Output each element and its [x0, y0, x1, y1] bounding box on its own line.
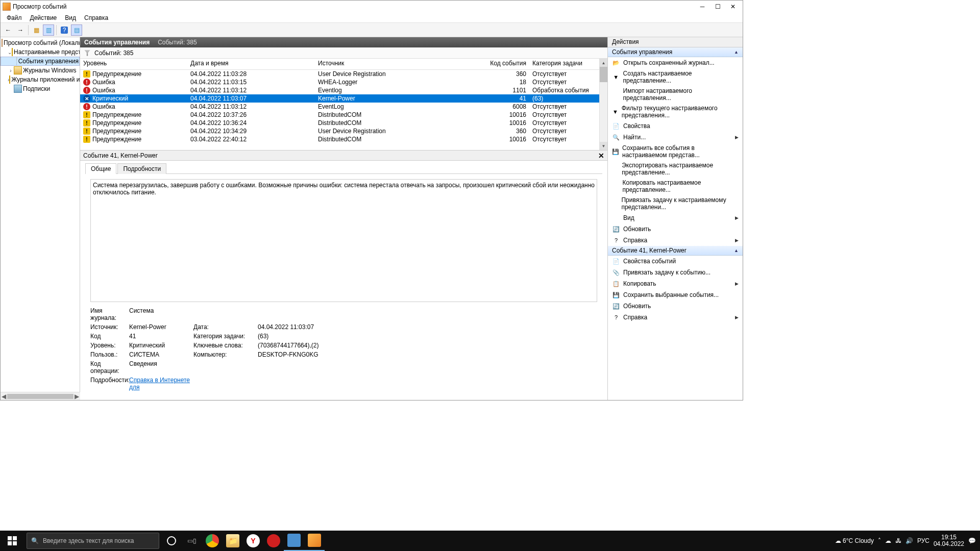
close-button[interactable]: ✕: [725, 2, 741, 12]
tab-general[interactable]: Общие: [85, 163, 116, 174]
yandex-app[interactable]: Y: [243, 531, 263, 551]
start-button[interactable]: [0, 531, 24, 551]
action-item[interactable]: Копировать настраиваемое представление..…: [608, 178, 743, 195]
action-item[interactable]: 📋Копировать▶: [608, 278, 743, 289]
col-cat[interactable]: Категория задачи: [529, 59, 607, 69]
app-1[interactable]: [284, 531, 304, 551]
action-item[interactable]: 📄Свойства событий: [608, 256, 743, 267]
nav-forward-button[interactable]: →: [15, 24, 26, 36]
table-row[interactable]: !Предупреждение04.04.2022 10:34:29User D…: [80, 127, 607, 135]
app-icon: [3, 3, 11, 11]
tree-root[interactable]: Просмотр событий (Локальный): [1, 38, 80, 47]
maximize-button[interactable]: ☐: [710, 2, 725, 12]
action-item[interactable]: 🔄Обновить: [608, 300, 743, 312]
section-label: Событие 41, Kernel-Power: [612, 247, 687, 254]
menu-view[interactable]: Вид: [61, 14, 80, 21]
action-item[interactable]: 💾Сохранить все события в настраиваемом п…: [608, 143, 743, 160]
action-item[interactable]: 📂Открыть сохраненный журнал...: [608, 57, 743, 68]
action-item[interactable]: 💾Сохранить выбранные события...: [608, 289, 743, 300]
table-row[interactable]: !Предупреждение03.04.2022 22:40:12Distri…: [80, 135, 607, 143]
chrome-app[interactable]: [202, 531, 223, 551]
val-id: 41: [129, 333, 190, 340]
table-row[interactable]: !Предупреждение04.04.2022 10:36:24Distri…: [80, 119, 607, 127]
collapse-icon[interactable]: ▲: [734, 49, 739, 55]
detail-tabs: Общие Подробности: [80, 161, 607, 173]
show-tree-button[interactable]: ▦: [31, 24, 42, 36]
action-item[interactable]: ▼Создать настраиваемое представление...: [608, 68, 743, 86]
action-label: Привязать задачу к событию...: [623, 269, 710, 276]
titlebar[interactable]: Просмотр событий ─ ☐ ✕: [1, 1, 743, 13]
tree-label: Журналы Windows: [23, 67, 76, 74]
tab-details[interactable]: Подробности: [117, 163, 166, 174]
table-scrollbar[interactable]: ▲ ▼: [599, 59, 607, 150]
network-icon[interactable]: 🖧: [895, 537, 901, 544]
col-source[interactable]: Источник: [315, 59, 468, 69]
action-item[interactable]: Импорт настраиваемого представления...: [608, 86, 743, 103]
taskbar-search[interactable]: 🔍 Введите здесь текст для поиска: [27, 533, 159, 549]
scroll-thumb[interactable]: [600, 67, 607, 82]
scroll-down-button[interactable]: ▼: [600, 142, 607, 150]
table-row[interactable]: !Ошибка04.04.2022 11:03:12Eventlog1101Об…: [80, 86, 607, 94]
table-row[interactable]: !Предупреждение04.04.2022 10:37:26Distri…: [80, 111, 607, 119]
minimize-button[interactable]: ─: [695, 2, 710, 12]
cortana-button[interactable]: [161, 531, 182, 551]
table-row[interactable]: !Ошибка04.04.2022 11:03:15WHEA-Logger18О…: [80, 78, 607, 86]
help-button[interactable]: ?: [59, 24, 70, 36]
opera-app[interactable]: [263, 531, 284, 551]
eventviewer-icon: [2, 39, 3, 47]
center-subtitle: Событий: 385: [158, 39, 197, 46]
language-indicator[interactable]: РУС: [917, 537, 929, 544]
tree-scrollbar[interactable]: ◀ ▶: [1, 392, 80, 400]
notifications-icon[interactable]: 💬: [968, 537, 976, 544]
menu-file[interactable]: Файл: [3, 14, 26, 21]
menu-help[interactable]: Справка: [80, 14, 112, 21]
col-id[interactable]: Код события: [468, 59, 529, 69]
action-item[interactable]: 📄Свойства: [608, 120, 743, 132]
tree-expander[interactable]: ›: [8, 68, 14, 73]
tree-expander[interactable]: ⌄: [8, 49, 12, 55]
action-item[interactable]: ▼Фильтр текущего настраиваемого представ…: [608, 103, 743, 120]
weather-widget[interactable]: ☁ 6°C Cloudy: [835, 537, 874, 544]
scroll-thumb[interactable]: [7, 394, 74, 399]
collapse-icon[interactable]: ▲: [734, 248, 739, 253]
action-icon: [612, 199, 618, 208]
action-item[interactable]: ?Справка▶: [608, 312, 743, 323]
detail-close-button[interactable]: ✕: [598, 152, 604, 160]
explorer-app[interactable]: 📁: [223, 531, 243, 551]
tree-item[interactable]: События управления: [1, 57, 80, 66]
help-link[interactable]: Справка в Интернете для: [129, 377, 190, 391]
lbl-date: Дата:: [193, 323, 255, 331]
action-item[interactable]: 🔄Обновить: [608, 223, 743, 235]
scroll-left-button[interactable]: ◀: [2, 393, 6, 400]
action-item[interactable]: 🔍Найти...▶: [608, 132, 743, 143]
table-row[interactable]: ✕Критический04.04.2022 11:03:07Kernel-Po…: [80, 94, 607, 103]
event-viewer-taskbar[interactable]: [304, 531, 325, 551]
action-icon: ▼: [612, 73, 620, 81]
col-level[interactable]: Уровень: [80, 59, 187, 69]
nav-back-button[interactable]: ←: [3, 24, 14, 36]
tree-item[interactable]: ›Журналы Windows: [1, 66, 80, 75]
tree-item[interactable]: Подписки: [1, 84, 80, 93]
actions-section-1[interactable]: События управления ▲: [608, 47, 743, 57]
table-row[interactable]: !Предупреждение04.04.2022 11:03:28User D…: [80, 70, 607, 78]
onedrive-icon[interactable]: ☁: [885, 537, 891, 544]
scroll-right-button[interactable]: ▶: [75, 393, 79, 400]
action-item[interactable]: 📎Привязать задачу к событию...: [608, 267, 743, 278]
col-date[interactable]: Дата и время: [187, 59, 315, 69]
tree-item[interactable]: ›Журналы приложений и служб: [1, 75, 80, 84]
tray-chevron-icon[interactable]: ˄: [878, 537, 881, 544]
task-view-button[interactable]: ▭▯: [182, 531, 202, 551]
action-item[interactable]: Вид▶: [608, 212, 743, 223]
volume-icon[interactable]: 🔊: [905, 537, 913, 544]
action-item[interactable]: Экспортировать настраиваемое представлен…: [608, 160, 743, 178]
menu-action[interactable]: Действие: [26, 14, 61, 21]
action-item[interactable]: Привязать задачу к настраиваемому предст…: [608, 195, 743, 212]
scroll-up-button[interactable]: ▲: [600, 59, 607, 67]
actions-section-2[interactable]: Событие 41, Kernel-Power ▲: [608, 246, 743, 256]
table-row[interactable]: !Ошибка04.04.2022 11:03:12EventLog6008От…: [80, 103, 607, 111]
preview-pane-button[interactable]: ▥: [43, 24, 54, 36]
actions-pane-button[interactable]: ▤: [71, 24, 82, 36]
clock[interactable]: 19:15 04.04.2022: [934, 534, 964, 547]
action-item[interactable]: ?Справка▶: [608, 235, 743, 246]
tree-item[interactable]: ⌄Настраиваемые представления: [1, 47, 80, 57]
